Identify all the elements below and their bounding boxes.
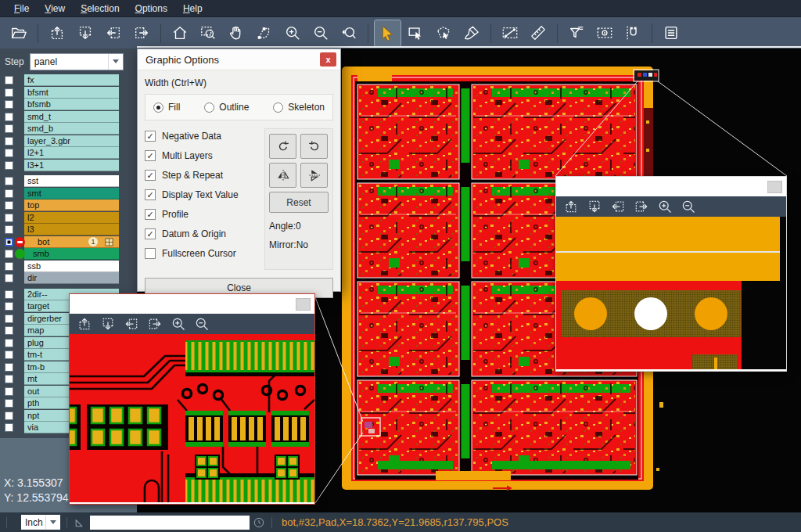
layer-visibility-checkbox[interactable] <box>5 225 13 234</box>
layer-visibility-checkbox[interactable] <box>5 290 13 299</box>
window-button[interactable] <box>296 298 311 311</box>
zoom-in-button[interactable] <box>280 20 306 46</box>
radio-label[interactable]: Outline <box>219 102 249 113</box>
layer-row[interactable]: smd_b <box>0 123 137 135</box>
zoom-in-button[interactable] <box>657 199 673 214</box>
open-button[interactable] <box>6 20 32 46</box>
checkbox-box[interactable] <box>145 209 156 220</box>
layer-row-bot[interactable]: bot 1 <box>0 236 137 249</box>
checkbox-label[interactable]: Fullscreen Cursor <box>162 248 236 259</box>
radio-outline[interactable]: Outline <box>204 102 249 113</box>
radio-fill[interactable]: Fill <box>153 102 180 113</box>
layer-row[interactable]: smd_t <box>0 111 137 124</box>
checkbox-step-repeat[interactable]: Step & Repeat <box>145 170 259 181</box>
radio-skeleton[interactable]: Skeleton <box>273 102 325 113</box>
rect-select-button[interactable] <box>403 20 429 46</box>
layer-row[interactable]: dir <box>0 272 137 285</box>
unit-select[interactable]: Inch <box>21 515 60 530</box>
layer-visibility-checkbox[interactable] <box>5 113 13 121</box>
layer-visibility-checkbox[interactable] <box>5 201 13 210</box>
layer-visibility-checkbox[interactable] <box>5 326 13 335</box>
layer-row[interactable]: ssb <box>0 261 137 273</box>
checkbox-multi-layers[interactable]: Multi Layers <box>145 150 259 161</box>
layer-name[interactable]: bfsmt <box>24 87 119 99</box>
checkbox-fullscreen-cursor[interactable]: Fullscreen Cursor <box>145 248 259 259</box>
layer-row[interactable]: l3+1 <box>0 160 137 172</box>
radio-dot[interactable] <box>153 102 163 113</box>
layer-visibility-checkbox[interactable] <box>5 161 13 170</box>
layer-name[interactable]: fx <box>24 74 119 86</box>
chevron-down-icon[interactable] <box>108 54 123 70</box>
layer-name[interactable]: smd_t <box>24 111 119 123</box>
checkbox-profile[interactable]: Profile <box>145 209 259 220</box>
layer-row[interactable]: l3 <box>0 224 137 236</box>
rotate-ccw-button[interactable] <box>300 134 328 159</box>
layer-name[interactable]: top <box>24 200 119 211</box>
layer-row[interactable]: fx <box>0 74 137 87</box>
magnifier-titlebar[interactable] <box>70 294 314 314</box>
command-input[interactable] <box>90 516 250 530</box>
window-button[interactable] <box>767 181 782 193</box>
layer-row-smb[interactable]: smb <box>0 248 137 261</box>
reset-button[interactable]: Reset <box>269 192 329 213</box>
layer-visibility-checkbox[interactable] <box>5 274 13 282</box>
layer-name[interactable]: l3 <box>24 224 119 235</box>
mirror-vertical-button[interactable] <box>269 163 296 188</box>
checkbox-box[interactable] <box>145 170 156 181</box>
checkbox-box[interactable] <box>145 248 156 259</box>
layer-visibility-checkbox[interactable] <box>5 339 13 347</box>
dialog-titlebar[interactable]: Graphic Options x <box>138 49 340 70</box>
layer-visibility-checkbox[interactable] <box>5 214 13 222</box>
corner-angle-icon[interactable] <box>74 516 87 529</box>
magnifier-titlebar[interactable] <box>556 177 786 196</box>
zoom-object-button[interactable] <box>252 20 278 46</box>
checkbox-label[interactable]: Negative Data <box>162 131 221 142</box>
checkbox-box[interactable] <box>145 189 156 200</box>
menu-file[interactable]: File <box>6 2 37 16</box>
menu-help[interactable]: Help <box>175 2 210 16</box>
layer-name[interactable]: smb <box>24 248 119 260</box>
magnifier-pcb-view[interactable] <box>70 334 314 502</box>
ruler-button[interactable] <box>526 20 551 46</box>
layer-visibility-checkbox[interactable] <box>5 189 13 198</box>
menu-selection[interactable]: Selection <box>73 2 127 16</box>
layer-row[interactable]: bfsmb <box>0 99 137 111</box>
view-down-button[interactable] <box>73 20 99 46</box>
checkbox-label[interactable]: Multi Layers <box>162 150 213 161</box>
radio-label[interactable]: Skeleton <box>288 102 325 113</box>
zoom-previous-button[interactable] <box>336 20 362 46</box>
layer-visibility-checkbox[interactable] <box>5 250 13 258</box>
checkbox-label[interactable]: Display Text Value <box>162 189 239 200</box>
layer-visibility-checkbox[interactable] <box>5 315 13 323</box>
radio-dot[interactable] <box>204 102 214 113</box>
pan-hand-button[interactable] <box>224 20 250 46</box>
measure-button[interactable] <box>497 20 523 46</box>
clock-icon[interactable] <box>253 516 265 529</box>
layer-visibility-checkbox[interactable] <box>5 177 13 185</box>
layer-name[interactable]: bfsmb <box>24 99 119 110</box>
checkbox-box[interactable] <box>145 131 156 142</box>
layer-visibility-checkbox[interactable] <box>5 375 13 383</box>
select-tool-button[interactable] <box>375 20 400 46</box>
home-fit-button[interactable] <box>167 20 193 46</box>
layer-visibility-checkbox[interactable] <box>5 149 13 157</box>
checkbox-label[interactable]: Profile <box>162 209 189 220</box>
view-down-button[interactable] <box>587 199 602 214</box>
layer-name[interactable]: layer_3.gbr <box>24 135 119 147</box>
layer-visibility-checkbox[interactable] <box>5 262 13 271</box>
checkbox-datum-origin[interactable]: Datum & Origin <box>145 228 259 239</box>
layer-name[interactable]: smt <box>24 188 119 200</box>
layer-visibility-checkbox[interactable] <box>5 137 13 146</box>
layer-row[interactable]: sst <box>0 175 137 188</box>
view-up-button[interactable] <box>563 199 579 214</box>
layer-visibility-checkbox[interactable] <box>5 350 13 359</box>
view-left-button[interactable] <box>101 20 127 46</box>
menu-options[interactable]: Options <box>128 2 175 16</box>
checkbox-negative-data[interactable]: Negative Data <box>145 131 259 142</box>
layer-visibility-checkbox[interactable] <box>5 363 13 372</box>
layer-visibility-checkbox[interactable] <box>5 124 13 133</box>
view-left-button[interactable] <box>610 199 626 214</box>
snap-magnet-button[interactable] <box>620 20 646 46</box>
layer-row[interactable]: top <box>0 200 137 212</box>
checkbox-box[interactable] <box>145 228 156 239</box>
